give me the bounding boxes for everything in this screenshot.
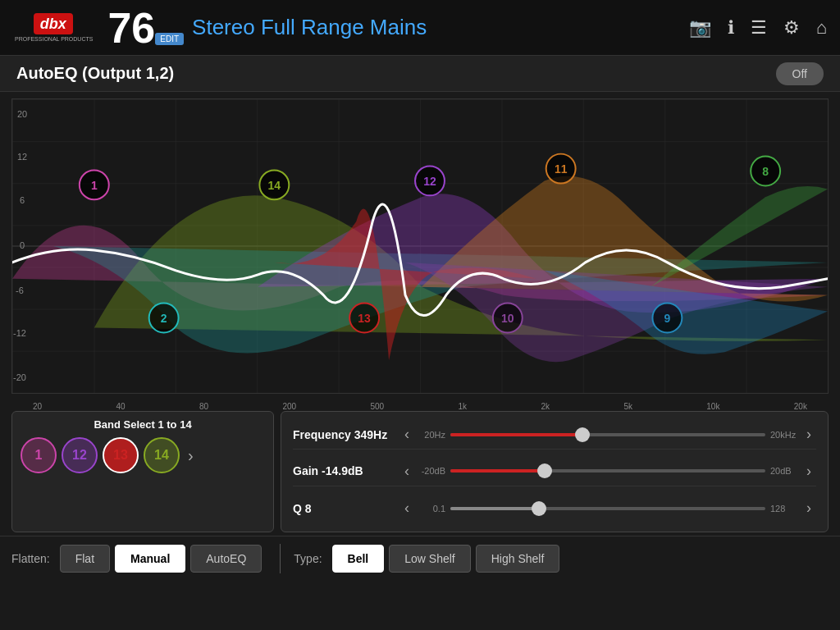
- q-row: Q 8 ‹ 0.1 128 ›: [293, 494, 816, 523]
- svg-text:6: 6: [20, 195, 25, 205]
- logo-area: dbx PROFESSIONAL PRODUCTS: [13, 13, 93, 42]
- flatten-flat-button[interactable]: Flat: [60, 545, 110, 573]
- gain-max: 20dB: [770, 466, 801, 476]
- x-label-40: 40: [116, 402, 125, 411]
- bottom-panel: Band Select 1 to 14 1 12 13 14 › Frequen…: [11, 411, 829, 532]
- svg-text:-12: -12: [13, 328, 26, 338]
- x-label-10k: 10k: [706, 402, 719, 411]
- frequency-slider[interactable]: [450, 433, 765, 436]
- dbx-logo: dbx: [34, 13, 73, 34]
- x-label-500: 500: [371, 402, 385, 411]
- type-high-shelf-button[interactable]: High Shelf: [476, 545, 560, 573]
- band-scroll-row: 1 12 13 14 ›: [21, 437, 265, 473]
- settings-icon[interactable]: ⚙: [783, 17, 800, 39]
- svg-text:20: 20: [17, 109, 27, 119]
- svg-text:0: 0: [20, 240, 25, 250]
- svg-text:14: 14: [268, 179, 281, 192]
- device-name: Stereo Full Range Mains: [192, 15, 427, 40]
- svg-text:12: 12: [17, 152, 27, 162]
- svg-text:10: 10: [501, 313, 514, 326]
- gain-right-arrow[interactable]: ›: [801, 463, 816, 480]
- type-bell-button[interactable]: Bell: [332, 545, 385, 573]
- edit-badge: EDIT: [155, 33, 184, 45]
- params-panel: Frequency 349Hz ‹ 20Hz 20kHz › Gain -14.…: [281, 411, 829, 532]
- svg-text:9: 9: [664, 313, 671, 326]
- band-btn-12[interactable]: 12: [62, 437, 98, 473]
- q-right-arrow[interactable]: ›: [801, 500, 816, 517]
- frequency-right-arrow[interactable]: ›: [801, 426, 816, 443]
- svg-text:12: 12: [423, 175, 436, 188]
- flatten-manual-button[interactable]: Manual: [115, 545, 185, 573]
- q-min: 0.1: [414, 504, 445, 514]
- band-btn-14[interactable]: 14: [144, 437, 180, 473]
- band-select-panel: Band Select 1 to 14 1 12 13 14 ›: [11, 411, 274, 532]
- frequency-label: Frequency 349Hz: [293, 428, 399, 441]
- q-label: Q 8: [293, 502, 399, 515]
- x-label-2k: 2k: [541, 402, 550, 411]
- svg-text:8: 8: [762, 166, 769, 179]
- power-button[interactable]: Off: [776, 62, 824, 85]
- q-slider[interactable]: [450, 507, 765, 510]
- q-max: 128: [770, 504, 801, 514]
- title-bar: AutoEQ (Output 1,2) Off: [0, 56, 840, 92]
- svg-text:-20: -20: [13, 372, 26, 382]
- svg-text:13: 13: [358, 313, 371, 326]
- band-btn-13[interactable]: 13: [103, 437, 139, 473]
- footer: Flatten: Flat Manual AutoEQ Type: Bell L…: [0, 536, 840, 580]
- gain-left-arrow[interactable]: ‹: [399, 463, 414, 480]
- dbx-sub: PROFESSIONAL PRODUCTS: [15, 36, 93, 42]
- frequency-max: 20kHz: [770, 430, 801, 440]
- frequency-row: Frequency 349Hz ‹ 20Hz 20kHz ›: [293, 420, 816, 450]
- svg-text:1: 1: [91, 179, 98, 192]
- page-title: AutoEQ (Output 1,2): [16, 64, 174, 83]
- gain-min: -20dB: [414, 466, 445, 476]
- svg-text:-6: -6: [16, 285, 24, 295]
- band-btn-1[interactable]: 1: [21, 437, 57, 473]
- info-icon[interactable]: ℹ: [728, 17, 734, 39]
- menu-icon[interactable]: ☰: [751, 17, 767, 39]
- header-icons: 📷 ℹ ☰ ⚙ ⌂: [689, 17, 827, 39]
- gain-slider[interactable]: [450, 469, 765, 472]
- x-label-20k: 20k: [794, 402, 807, 411]
- x-label-1k: 1k: [459, 402, 468, 411]
- type-label: Type:: [294, 552, 322, 565]
- flatten-autoeq-button[interactable]: AutoEQ: [190, 545, 262, 573]
- gain-row: Gain -14.9dB ‹ -20dB 20dB ›: [293, 457, 816, 486]
- svg-text:11: 11: [555, 163, 568, 176]
- eq-canvas[interactable]: 1 2 14 13 12 10 11 9 8 20 12 6 0 -6 -12 …: [12, 99, 828, 393]
- flatten-label: Flatten:: [11, 552, 50, 565]
- home-icon[interactable]: ⌂: [816, 17, 827, 39]
- gain-label: Gain -14.9dB: [293, 464, 399, 477]
- x-axis: 20 40 80 200 500 1k 2k 5k 10k 20k: [0, 400, 840, 411]
- band-select-title: Band Select 1 to 14: [21, 418, 265, 431]
- channel-number: 76: [107, 7, 155, 49]
- q-left-arrow[interactable]: ‹: [399, 500, 414, 517]
- x-label-20: 20: [33, 402, 42, 411]
- frequency-min: 20Hz: [414, 430, 445, 440]
- footer-divider: [280, 544, 281, 573]
- frequency-left-arrow[interactable]: ‹: [399, 426, 414, 443]
- scroll-right-arrow[interactable]: ›: [185, 443, 197, 468]
- camera-icon[interactable]: 📷: [689, 17, 711, 39]
- x-label-200: 200: [282, 402, 296, 411]
- svg-text:2: 2: [161, 313, 167, 326]
- header: dbx PROFESSIONAL PRODUCTS 76 EDIT Stereo…: [0, 0, 840, 56]
- eq-graph-area: 1 2 14 13 12 10 11 9 8 20 12 6 0 -6 -12 …: [11, 98, 829, 394]
- x-label-80: 80: [199, 402, 208, 411]
- type-low-shelf-button[interactable]: Low Shelf: [389, 545, 470, 573]
- x-label-5k: 5k: [623, 402, 632, 411]
